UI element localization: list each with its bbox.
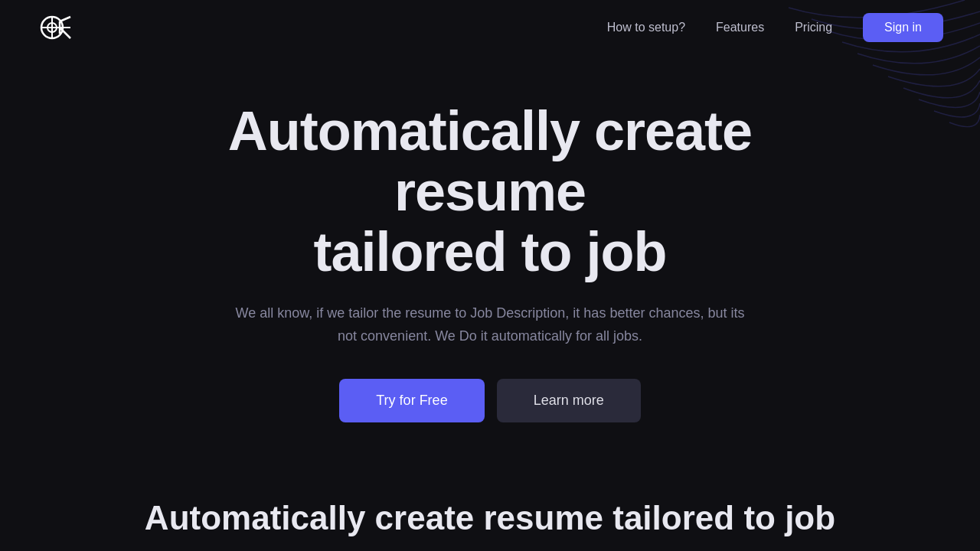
nav-links: How to setup? Features Pricing Sign in bbox=[607, 13, 943, 42]
hero-buttons: Try for Free Learn more bbox=[339, 379, 640, 422]
video-section-title: Automatically create resume tailored to … bbox=[145, 499, 835, 537]
nav-link-how-to-setup[interactable]: How to setup? bbox=[607, 21, 685, 34]
try-for-free-button[interactable]: Try for Free bbox=[339, 379, 484, 422]
logo[interactable] bbox=[37, 9, 74, 46]
nav-link-pricing[interactable]: Pricing bbox=[795, 21, 832, 34]
logo-icon bbox=[37, 9, 74, 46]
signin-button[interactable]: Sign in bbox=[863, 13, 943, 42]
hero-title: Automatically create resume tailored to … bbox=[145, 101, 835, 283]
hero-title-line1: Automatically create resume bbox=[228, 100, 752, 222]
learn-more-button[interactable]: Learn more bbox=[497, 379, 641, 422]
svg-line-4 bbox=[60, 17, 70, 21]
hero-section: Automatically create resume tailored to … bbox=[0, 55, 980, 499]
nav-link-features[interactable]: Features bbox=[716, 21, 764, 34]
hero-title-line2: tailored to job bbox=[314, 221, 667, 282]
hero-subtitle: We all know, if we tailor the resume to … bbox=[230, 302, 750, 348]
navbar: How to setup? Features Pricing Sign in bbox=[0, 0, 980, 55]
video-section: Automatically create resume tailored to … bbox=[0, 499, 980, 551]
